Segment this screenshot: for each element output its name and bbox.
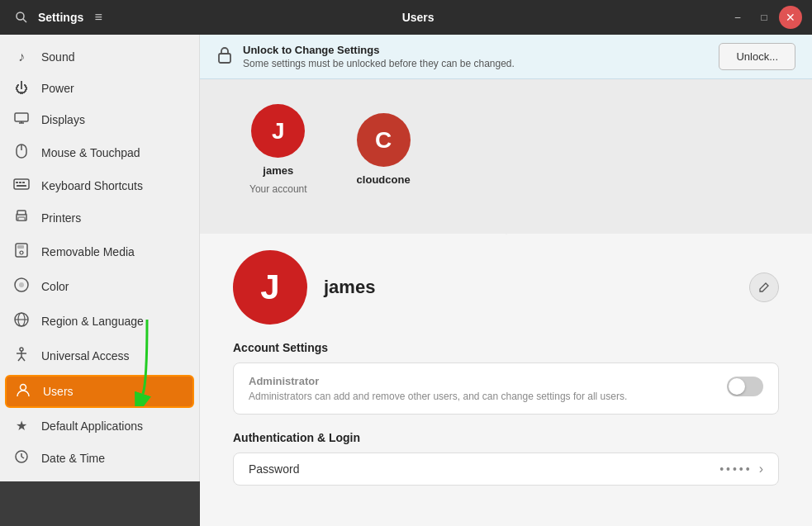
sidebar-item-sound[interactable]: ♪ Sound (0, 41, 199, 73)
svg-rect-13 (17, 211, 26, 215)
user-name-james: james (263, 164, 293, 177)
lock-icon (216, 45, 233, 68)
admin-toggle-row: Administrator Administrators can add and… (249, 375, 763, 402)
color-icon (13, 277, 30, 296)
unlock-banner: Unlock to Change Settings Some settings … (200, 35, 812, 79)
sidebar-item-region-language[interactable]: Region & Language (0, 304, 199, 339)
mouse-icon (13, 144, 30, 162)
sidebar: ♪ Sound ⏻ Power Displays (0, 35, 200, 481)
account-settings-title: Account Settings (233, 341, 779, 354)
power-icon: ⏻ (13, 81, 30, 96)
svg-point-0 (17, 12, 24, 20)
admin-label-block: Administrator Administrators can add and… (249, 375, 719, 402)
sidebar-item-mouse-touchpad[interactable]: Mouse & Touchpad (0, 135, 199, 170)
page-title: Users (110, 11, 726, 24)
svg-rect-8 (16, 182, 18, 183)
svg-rect-2 (15, 113, 28, 121)
svg-rect-7 (14, 179, 29, 189)
menu-button[interactable]: ≡ (87, 6, 110, 29)
unlock-description: Some settings must be unlocked before th… (243, 58, 709, 69)
user-item-cloudcone[interactable]: C cloudcone (357, 113, 411, 186)
svg-line-31 (21, 457, 24, 458)
removable-media-icon (13, 243, 30, 261)
unlock-title: Unlock to Change Settings (243, 44, 709, 56)
admin-description: Administrators can add and remove other … (249, 391, 719, 402)
date-time-icon (13, 450, 30, 467)
region-icon (13, 312, 30, 330)
svg-line-26 (18, 357, 21, 361)
users-icon (15, 383, 31, 400)
displays-icon (13, 112, 30, 127)
user-name-cloudcone: cloudcone (357, 173, 411, 186)
sidebar-item-label: Date & Time (41, 452, 105, 465)
svg-point-16 (20, 251, 23, 254)
sidebar-item-label: Region & Language (41, 315, 144, 328)
svg-rect-9 (19, 182, 21, 183)
sidebar-item-label: Color (41, 280, 69, 293)
content-area: Unlock to Change Settings Some settings … (200, 35, 812, 526)
user-avatar-cloudcone: C (357, 113, 411, 167)
sidebar-item-default-applications[interactable]: ★ Default Applications (0, 410, 199, 442)
sidebar-item-removable-media[interactable]: Removable Media (0, 235, 199, 269)
password-row[interactable]: Password ••••• › (233, 453, 779, 486)
printers-icon (13, 210, 30, 226)
svg-rect-11 (17, 185, 26, 187)
universal-access-icon (13, 347, 30, 365)
svg-line-1 (23, 19, 26, 22)
sidebar-item-label: Universal Access (41, 349, 130, 363)
sidebar-item-label: Removable Media (41, 245, 135, 258)
sidebar-item-power[interactable]: ⏻ Power (0, 73, 199, 104)
titlebar: Settings ≡ Users – □ ✕ (0, 0, 812, 35)
svg-point-28 (21, 385, 26, 391)
password-dots: ••••• (719, 462, 753, 476)
svg-rect-10 (22, 182, 25, 183)
detail-panel: J james Account Settings Administrator A… (200, 234, 812, 502)
unlock-button[interactable]: Unlock... (719, 43, 795, 70)
sidebar-item-label: Default Applications (41, 419, 143, 433)
chevron-right-icon: › (759, 462, 763, 476)
svg-rect-17 (17, 245, 24, 249)
sidebar-item-label: Mouse & Touchpad (41, 146, 140, 159)
edit-button[interactable] (749, 272, 779, 302)
user-item-james[interactable]: J james Your account (249, 104, 307, 195)
admin-toggle[interactable] (727, 377, 763, 396)
account-settings-card: Administrator Administrators can add and… (233, 363, 779, 415)
sidebar-item-label: Power (41, 82, 74, 95)
hamburger-icon: ≡ (95, 10, 102, 25)
svg-point-19 (19, 282, 24, 287)
users-grid: J james Your account C cloudcone (200, 79, 812, 220)
password-label: Password (249, 462, 719, 476)
default-apps-icon: ★ (13, 418, 30, 434)
sidebar-item-printers[interactable]: Printers (0, 201, 199, 235)
sidebar-item-color[interactable]: Color (0, 269, 199, 304)
sidebar-item-users[interactable]: Users (5, 375, 194, 408)
sidebar-item-keyboard-shortcuts[interactable]: Keyboard Shortcuts (0, 170, 199, 201)
admin-label: Administrator (249, 375, 719, 387)
sidebar-item-label: Printers (41, 211, 81, 225)
maximize-button[interactable]: □ (753, 6, 776, 29)
sidebar-item-label: Displays (41, 113, 85, 126)
sound-icon: ♪ (13, 50, 30, 64)
sidebar-item-label: Users (43, 385, 74, 398)
detail-username: james (324, 277, 733, 298)
window-controls: – □ ✕ (726, 6, 802, 29)
sidebar-item-displays[interactable]: Displays (0, 104, 199, 135)
sidebar-item-date-time[interactable]: Date & Time (0, 442, 199, 475)
sidebar-item-label: Sound (41, 50, 74, 64)
app-title: Settings (38, 11, 83, 24)
detail-avatar: J (233, 250, 307, 325)
user-sub-james: Your account (249, 183, 307, 195)
unlock-text: Unlock to Change Settings Some settings … (243, 44, 709, 69)
svg-line-27 (21, 357, 25, 361)
sidebar-item-universal-access[interactable]: Universal Access (0, 339, 199, 373)
close-button[interactable]: ✕ (779, 6, 802, 29)
minimize-button[interactable]: – (726, 6, 749, 29)
auth-login-title: Authentication & Login (233, 431, 779, 444)
detail-user-header: J james (233, 250, 779, 325)
sidebar-item-label: Keyboard Shortcuts (41, 179, 143, 192)
keyboard-icon (13, 178, 30, 193)
svg-rect-33 (219, 54, 230, 63)
svg-rect-14 (18, 217, 25, 220)
user-avatar-james: J (251, 104, 305, 158)
search-button[interactable] (10, 6, 33, 29)
